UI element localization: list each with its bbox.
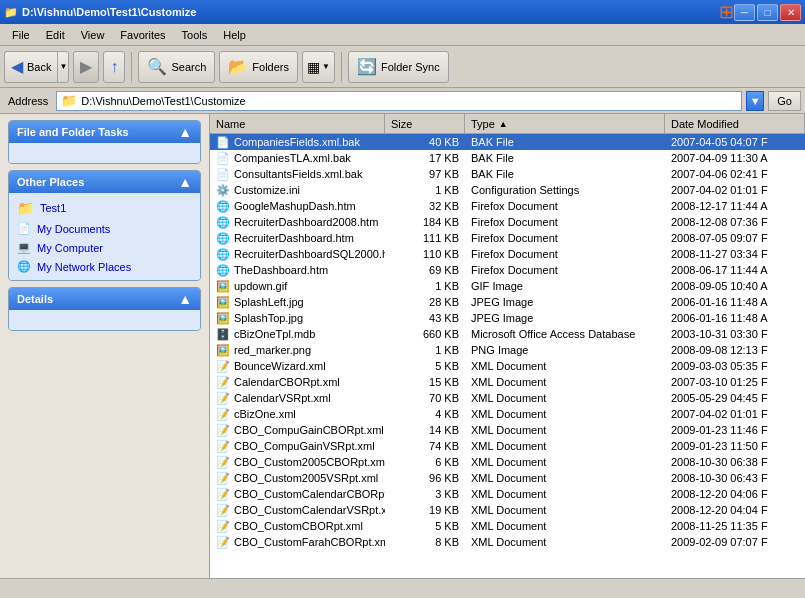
table-row[interactable]: 📝 CBO_CustomCalendarVSRpt.xml 19 KB XML … — [210, 502, 805, 518]
other-places-my-documents[interactable]: 📄 My Documents — [13, 219, 196, 238]
table-row[interactable]: 🖼️ SplashLeft.jpg 28 KB JPEG Image 2006-… — [210, 294, 805, 310]
address-input-container[interactable]: 📁 D:\Vishnu\Demo\Test1\Customize — [56, 91, 742, 111]
header-name[interactable]: Name — [210, 114, 385, 133]
file-cell-date: 2005-05-29 04:45 F — [665, 390, 805, 406]
table-row[interactable]: 🖼️ red_marker.png 1 KB PNG Image 2008-09… — [210, 342, 805, 358]
file-date: 2008-12-08 07:36 F — [671, 216, 768, 228]
file-size: 70 KB — [429, 392, 459, 404]
file-cell-type: XML Document — [465, 486, 665, 502]
menu-file[interactable]: File — [4, 27, 38, 43]
address-dropdown-arrow[interactable]: ▼ — [746, 91, 764, 111]
file-cell-name: 🖼️ updown.gif — [210, 278, 385, 294]
file-date: 2006-01-16 11:48 A — [671, 312, 768, 324]
table-row[interactable]: 📝 CBO_CustomFarahCBORpt.xml 8 KB XML Doc… — [210, 534, 805, 550]
table-row[interactable]: ⚙️ Customize.ini 1 KB Configuration Sett… — [210, 182, 805, 198]
table-row[interactable]: 📄 CompaniesFields.xml.bak 40 KB BAK File… — [210, 134, 805, 150]
maximize-button[interactable]: □ — [757, 4, 778, 21]
back-dropdown-button[interactable]: ▼ — [57, 51, 69, 83]
table-row[interactable]: 📄 CompaniesTLA.xml.bak 17 KB BAK File 20… — [210, 150, 805, 166]
file-name: TheDashboard.htm — [234, 264, 328, 276]
file-cell-date: 2007-03-10 01:25 F — [665, 374, 805, 390]
file-date: 2008-12-20 04:04 F — [671, 504, 768, 516]
file-size: 184 KB — [423, 216, 459, 228]
toolbar-separator-2 — [341, 52, 342, 82]
other-places-my-network-places[interactable]: 🌐 My Network Places — [13, 257, 196, 276]
file-cell-type: GIF Image — [465, 278, 665, 294]
file-cell-date: 2008-07-05 09:07 F — [665, 230, 805, 246]
forward-arrow-icon: ▶ — [80, 57, 92, 76]
table-row[interactable]: 📝 cBizOne.xml 4 KB XML Document 2007-04-… — [210, 406, 805, 422]
title-bar-text: D:\Vishnu\Demo\Test1\Customize — [22, 6, 715, 18]
file-cell-date: 2006-01-16 11:48 A — [665, 310, 805, 326]
search-button[interactable]: 🔍 Search — [138, 51, 215, 83]
table-row[interactable]: 📝 CalendarVSRpt.xml 70 KB XML Document 2… — [210, 390, 805, 406]
menu-favorites[interactable]: Favorites — [112, 27, 173, 43]
file-cell-size: 40 KB — [385, 134, 465, 150]
file-cell-type: BAK File — [465, 134, 665, 150]
file-folder-tasks-header[interactable]: File and Folder Tasks ▲ — [9, 121, 200, 143]
table-row[interactable]: 🌐 RecruiterDashboard.htm 111 KB Firefox … — [210, 230, 805, 246]
file-type: XML Document — [471, 520, 546, 532]
other-places-my-computer[interactable]: 💻 My Computer — [13, 238, 196, 257]
table-row[interactable]: 📝 CBO_CustomCalendarCBORpt.xml 3 KB XML … — [210, 486, 805, 502]
file-cell-type: XML Document — [465, 502, 665, 518]
go-button[interactable]: Go — [768, 91, 801, 111]
file-cell-size: 69 KB — [385, 262, 465, 278]
menu-view[interactable]: View — [73, 27, 113, 43]
table-row[interactable]: 🌐 TheDashboard.htm 69 KB Firefox Documen… — [210, 262, 805, 278]
header-type[interactable]: Type ▲ — [465, 114, 665, 133]
table-row[interactable]: 📝 CBO_Custom2005CBORpt.xml 6 KB XML Docu… — [210, 454, 805, 470]
file-name: updown.gif — [234, 280, 287, 292]
file-cell-size: 70 KB — [385, 390, 465, 406]
file-size: 17 KB — [429, 152, 459, 164]
file-size: 14 KB — [429, 424, 459, 436]
file-type-icon: 🗄️ — [216, 328, 230, 341]
table-row[interactable]: 📝 CBO_CustomCBORpt.xml 5 KB XML Document… — [210, 518, 805, 534]
file-size: 1 KB — [435, 184, 459, 196]
menu-tools[interactable]: Tools — [174, 27, 216, 43]
file-cell-name: 📝 cBizOne.xml — [210, 406, 385, 422]
table-row[interactable]: 🗄️ cBizOneTpl.mdb 660 KB Microsoft Offic… — [210, 326, 805, 342]
file-type: XML Document — [471, 488, 546, 500]
header-date[interactable]: Date Modified — [665, 114, 805, 133]
view-button[interactable]: ▦ ▼ — [302, 51, 335, 83]
table-row[interactable]: 📝 BounceWizard.xml 5 KB XML Document 200… — [210, 358, 805, 374]
other-places-test1[interactable]: 📁 Test1 — [13, 197, 196, 219]
file-type-icon: 📝 — [216, 472, 230, 485]
file-type: XML Document — [471, 456, 546, 468]
my-network-places-icon: 🌐 — [17, 260, 31, 273]
menu-help[interactable]: Help — [215, 27, 254, 43]
table-row[interactable]: 📝 CBO_CompuGainCBORpt.xml 14 KB XML Docu… — [210, 422, 805, 438]
table-row[interactable]: 📄 ConsultantsFields.xml.bak 97 KB BAK Fi… — [210, 166, 805, 182]
close-button[interactable]: ✕ — [780, 4, 801, 21]
back-button[interactable]: ◀ Back — [4, 51, 57, 83]
table-row[interactable]: 🌐 RecruiterDashboardSQL2000.htm 110 KB F… — [210, 246, 805, 262]
table-row[interactable]: 🌐 GoogleMashupDash.htm 32 KB Firefox Doc… — [210, 198, 805, 214]
folder-sync-button[interactable]: 🔄 Folder Sync — [348, 51, 449, 83]
table-row[interactable]: 📝 CBO_Custom2005VSRpt.xml 96 KB XML Docu… — [210, 470, 805, 486]
file-cell-name: 📝 CBO_CustomCalendarCBORpt.xml — [210, 486, 385, 502]
up-button[interactable]: ↑ — [103, 51, 125, 83]
file-type: Firefox Document — [471, 264, 558, 276]
file-size: 5 KB — [435, 360, 459, 372]
file-size: 660 KB — [423, 328, 459, 340]
file-name: cBizOne.xml — [234, 408, 296, 420]
minimize-button[interactable]: ─ — [734, 4, 755, 21]
header-size[interactable]: Size — [385, 114, 465, 133]
file-cell-name: 🌐 GoogleMashupDash.htm — [210, 198, 385, 214]
details-header[interactable]: Details ▲ — [9, 288, 200, 310]
other-places-header[interactable]: Other Places ▲ — [9, 171, 200, 193]
file-type: BAK File — [471, 168, 514, 180]
file-list-scroll[interactable]: 📄 CompaniesFields.xml.bak 40 KB BAK File… — [210, 134, 805, 578]
table-row[interactable]: 📝 CBO_CompuGainVSRpt.xml 74 KB XML Docum… — [210, 438, 805, 454]
table-row[interactable]: 🌐 RecruiterDashboard2008.htm 184 KB Fire… — [210, 214, 805, 230]
file-date: 2008-11-25 11:35 F — [671, 520, 768, 532]
table-row[interactable]: 🖼️ updown.gif 1 KB GIF Image 2008-09-05 … — [210, 278, 805, 294]
folders-button[interactable]: 📂 Folders — [219, 51, 298, 83]
file-type: XML Document — [471, 392, 546, 404]
menu-edit[interactable]: Edit — [38, 27, 73, 43]
my-documents-icon: 📄 — [17, 222, 31, 235]
table-row[interactable]: 📝 CalendarCBORpt.xml 15 KB XML Document … — [210, 374, 805, 390]
forward-button[interactable]: ▶ — [73, 51, 99, 83]
table-row[interactable]: 🖼️ SplashTop.jpg 43 KB JPEG Image 2006-0… — [210, 310, 805, 326]
